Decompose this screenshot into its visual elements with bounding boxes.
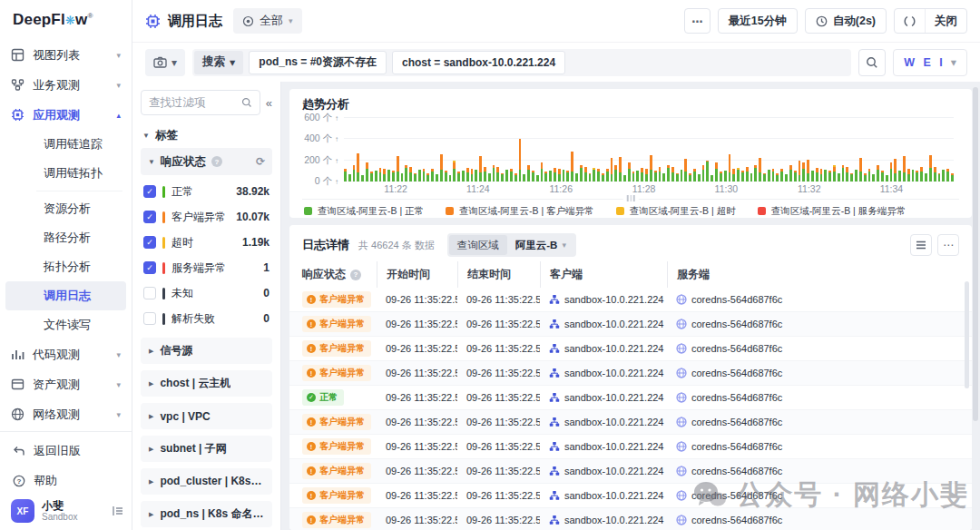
server-cell[interactable]: coredns-564d687f6c xyxy=(667,441,959,452)
close-button[interactable]: 关闭 xyxy=(925,9,966,33)
filter-group-0[interactable]: ▶信号源 xyxy=(141,338,272,364)
checkbox-icon[interactable] xyxy=(143,312,156,325)
panel-collapse-button[interactable]: « xyxy=(266,96,272,110)
table-row[interactable]: !客户端异常09-26 11:35:22.54309-26 11:35:22.5… xyxy=(289,508,972,530)
checkbox-checked-icon[interactable]: ✓ xyxy=(143,211,156,223)
server-cell[interactable]: coredns-564d687f6c xyxy=(667,466,959,476)
checkbox-checked-icon[interactable]: ✓ xyxy=(143,185,156,198)
status-filter-5[interactable]: 解析失败0 xyxy=(141,306,272,331)
status-filter-4[interactable]: 未知0 xyxy=(141,280,272,306)
legend-item-0[interactable]: 查询区域-阿里云-B | 正常 xyxy=(304,205,424,218)
table-row[interactable]: !客户端异常09-26 11:35:22.54409-26 11:35:22.5… xyxy=(289,459,972,484)
sidebar-item-3[interactable]: 代码观测▾ xyxy=(0,339,132,369)
column-header-1[interactable]: 开始时间 xyxy=(377,261,457,288)
column-settings-button[interactable] xyxy=(910,234,932,256)
status-filter-3[interactable]: ✓服务端异常1 xyxy=(141,255,272,280)
sidebar-subitem-1[interactable]: 调用链拓扑 xyxy=(5,159,126,188)
server-cell[interactable]: coredns-564d687f6c xyxy=(667,294,959,305)
table-row[interactable]: !客户端异常09-26 11:35:22.52509-26 11:35:22.5… xyxy=(289,361,972,386)
user-menu-button[interactable]: W E I▾ xyxy=(893,49,967,76)
refresh-icon[interactable]: ⟳ xyxy=(256,155,265,168)
client-cell[interactable]: sandbox-10.0.221.224 xyxy=(540,417,667,427)
sidebar-item-2[interactable]: 应用观测▴ xyxy=(0,100,132,130)
search-mode-dropdown[interactable]: 搜索▾ xyxy=(194,51,243,74)
page-scrollbar[interactable] xyxy=(973,87,978,421)
server-cell[interactable]: coredns-564d687f6c xyxy=(667,343,959,354)
column-header-3[interactable]: 客户端 xyxy=(540,261,667,288)
table-row[interactable]: !客户端异常09-26 11:35:22.54409-26 11:35:22.5… xyxy=(289,312,972,337)
table-more-button[interactable]: ⋯ xyxy=(937,234,959,256)
sidebar-item-1[interactable]: 业务观测▾ xyxy=(0,70,132,100)
search-filter-chip-0[interactable]: pod_ns = #0资源不存在 xyxy=(249,51,387,74)
server-cell[interactable]: coredns-564d687f6c xyxy=(667,319,959,329)
sidebar-item-4[interactable]: 资产观测▾ xyxy=(0,369,132,399)
legend-item-2[interactable]: 查询区域-阿里云-B | 超时 xyxy=(616,205,736,218)
scope-selector[interactable]: 全部▾ xyxy=(233,8,302,34)
table-row[interactable]: ✓正常09-26 11:35:22.50409-26 11:35:22.504s… xyxy=(289,386,972,410)
sidebar-subitem-6[interactable]: 文件读写 xyxy=(5,310,126,339)
client-cell[interactable]: sandbox-10.0.221.224 xyxy=(540,392,667,403)
sidebar-subitem-0[interactable]: 调用链追踪 xyxy=(5,130,126,159)
filter-group-5[interactable]: ▶pod_ns | K8s 命名空间 xyxy=(141,501,272,527)
snapshot-button[interactable]: ▾ xyxy=(145,49,185,76)
client-cell[interactable]: sandbox-10.0.221.224 xyxy=(540,343,667,354)
filter-group-3[interactable]: ▶subnet | 子网 xyxy=(141,436,272,462)
status-filter-1[interactable]: ✓客户端异常10.07k xyxy=(141,204,272,230)
client-cell[interactable]: sandbox-10.0.221.224 xyxy=(540,319,667,329)
client-cell[interactable]: sandbox-10.0.221.224 xyxy=(540,490,667,501)
region-segment-label[interactable]: 查询区域 xyxy=(449,235,507,255)
footer-link-1[interactable]: ?帮助 xyxy=(0,466,132,496)
checkbox-checked-icon[interactable]: ✓ xyxy=(143,236,156,249)
sidebar-collapse-icon[interactable] xyxy=(112,505,124,517)
table-row[interactable]: !客户端异常09-26 11:35:22.54409-26 11:35:22.5… xyxy=(289,435,972,459)
legend-item-3[interactable]: 查询区域-阿里云-B | 服务端异常 xyxy=(758,205,906,218)
sidebar-subitem-4[interactable]: 拓扑分析 xyxy=(5,252,126,281)
search-button[interactable] xyxy=(858,49,886,76)
filter-search-input[interactable]: 查找过滤项 xyxy=(141,90,260,115)
client-cell[interactable]: sandbox-10.0.221.224 xyxy=(540,466,667,476)
search-filter-chip-1[interactable]: chost = sandbox-10.0.221.224 xyxy=(392,51,565,74)
search-input[interactable]: 搜索▾ pod_ns = #0资源不存在chost = sandbox-10.0… xyxy=(192,49,851,76)
table-scrollbar[interactable] xyxy=(965,281,969,388)
server-cell[interactable]: coredns-564d687f6c xyxy=(667,490,959,501)
status-group-header[interactable]: ▼ 响应状态 ? ⟳ xyxy=(141,148,272,175)
server-cell[interactable]: coredns-564d687f6c xyxy=(667,392,959,403)
sidebar-item-0[interactable]: 视图列表▾ xyxy=(0,40,132,70)
table-row[interactable]: !客户端异常09-26 11:35:22.54409-26 11:35:22.5… xyxy=(289,484,972,508)
client-cell[interactable]: sandbox-10.0.221.224 xyxy=(540,515,667,525)
filter-group-1[interactable]: ▶chost | 云主机 xyxy=(141,370,272,397)
refresh-icon[interactable] xyxy=(895,9,925,33)
client-cell[interactable]: sandbox-10.0.221.224 xyxy=(540,441,667,452)
sidebar-subitem-3[interactable]: 路径分析 xyxy=(5,223,126,252)
column-header-0[interactable]: 响应状态? xyxy=(302,261,377,288)
footer-link-0[interactable]: 返回旧版 xyxy=(0,436,132,466)
tag-group-header[interactable]: ▼标签 xyxy=(141,123,272,148)
server-cell[interactable]: coredns-564d687f6c xyxy=(667,515,959,525)
sidebar-item-5[interactable]: 网络观测▾ xyxy=(0,399,132,429)
column-header-4[interactable]: 服务端 xyxy=(667,261,959,288)
table-row[interactable]: !客户端异常09-26 11:35:22.54309-26 11:35:22.5… xyxy=(289,337,972,361)
client-cell[interactable]: sandbox-10.0.221.224 xyxy=(540,294,667,305)
header-more-button[interactable]: ⋯ xyxy=(684,8,710,34)
checkbox-checked-icon[interactable]: ✓ xyxy=(143,261,156,274)
status-filter-0[interactable]: ✓正常38.92k xyxy=(141,179,272,204)
auto-refresh-button[interactable]: 自动(2s) xyxy=(805,8,887,34)
table-row[interactable]: !客户端异常09-26 11:35:22.54409-26 11:35:22.5… xyxy=(289,288,972,312)
client-cell[interactable]: sandbox-10.0.221.224 xyxy=(540,368,667,378)
region-selector[interactable]: 阿里云-B▾ xyxy=(507,235,574,255)
filter-group-4[interactable]: ▶pod_cluster | K8s 容器... xyxy=(141,468,272,495)
resize-grip[interactable] xyxy=(623,195,639,201)
sidebar-subitem-2[interactable]: 资源分析 xyxy=(5,194,126,223)
server-cell[interactable]: coredns-564d687f6c xyxy=(667,417,959,427)
table-row[interactable]: !客户端异常09-26 11:35:22.54409-26 11:35:22.5… xyxy=(289,410,972,435)
user-row[interactable]: XF 小斐 Sandbox xyxy=(0,496,132,523)
status-filter-2[interactable]: ✓超时1.19k xyxy=(141,230,272,255)
checkbox-icon[interactable] xyxy=(143,287,156,299)
server-cell[interactable]: coredns-564d687f6c xyxy=(667,368,959,378)
sidebar-subitem-5[interactable]: 调用日志 xyxy=(5,281,126,310)
legend-item-1[interactable]: 查询区域-阿里云-B | 客户端异常 xyxy=(446,205,594,218)
column-header-2[interactable]: 结束时间 xyxy=(457,261,540,288)
filter-group-2[interactable]: ▶vpc | VPC xyxy=(141,403,272,429)
trend-chart[interactable]: 0 个 ↑200 个 ↑400 个 ↑600 个 ↑ xyxy=(344,118,954,182)
time-range-button[interactable]: 最近15分钟 xyxy=(718,8,798,34)
